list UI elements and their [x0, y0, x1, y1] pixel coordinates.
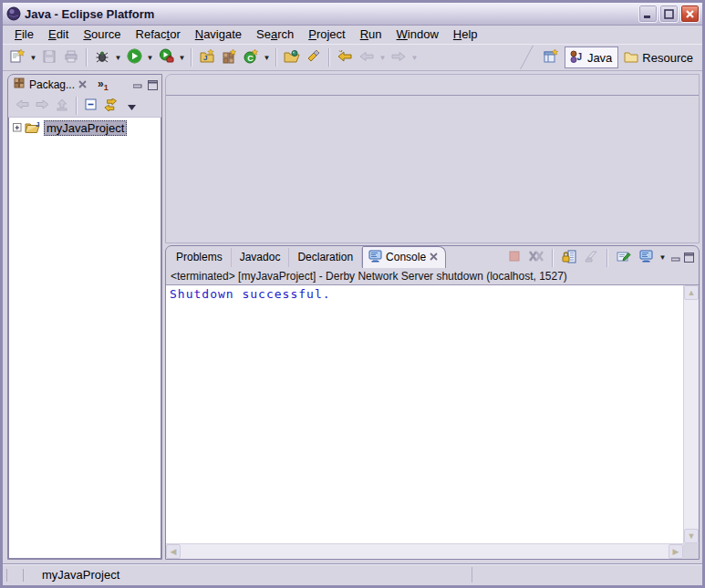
scroll-lock-button[interactable]: [559, 248, 579, 268]
collapse-all-button[interactable]: [81, 96, 101, 116]
run-dropdown[interactable]: ▼: [145, 46, 155, 68]
clear-console-icon: [584, 250, 598, 265]
pin-console-button[interactable]: [614, 248, 634, 268]
new-class-button[interactable]: C: [240, 46, 262, 68]
perspective-button-java[interactable]: J Java: [565, 46, 618, 68]
tree-item-myjavaproject[interactable]: J myJavaProject: [9, 118, 161, 137]
link-with-editor-button[interactable]: [101, 96, 121, 116]
debug-icon: [95, 49, 109, 67]
forward-icon: [36, 98, 49, 113]
new-package-icon: [222, 48, 237, 67]
tab-javadoc[interactable]: Javadoc: [232, 248, 290, 267]
new-java-project-button[interactable]: J: [196, 46, 218, 68]
view-up-button[interactable]: [52, 96, 72, 116]
new-class-dropdown[interactable]: ▼: [262, 46, 272, 68]
menu-item-project[interactable]: Project: [301, 26, 352, 44]
tab-declaration[interactable]: Declaration: [289, 248, 362, 267]
open-console-dropdown[interactable]: ▼: [658, 247, 668, 269]
view-forward-button[interactable]: [32, 96, 52, 116]
title-bar[interactable]: Java - Eclipse Platform: [3, 3, 702, 26]
close-icon[interactable]: [430, 251, 438, 263]
menu-item-window[interactable]: Window: [389, 26, 446, 44]
last-edit-location-button[interactable]: [334, 46, 356, 68]
maximize-view-icon[interactable]: [147, 79, 159, 90]
menu-item-search[interactable]: Search: [249, 26, 301, 44]
back-button[interactable]: [356, 46, 378, 68]
status-bar: myJavaProject: [3, 563, 702, 585]
console-output-area[interactable]: Shutdown successful. ▲ ▼ ◀ ▶: [166, 285, 699, 559]
open-perspective-button[interactable]: [541, 46, 563, 68]
window-title: Java - Eclipse Platform: [25, 7, 638, 21]
project-label[interactable]: myJavaProject: [44, 120, 127, 136]
close-button[interactable]: [680, 5, 700, 23]
view-back-button[interactable]: [12, 96, 32, 116]
menu-item-file[interactable]: File: [7, 26, 41, 44]
package-explorer-tab-icon: [14, 77, 26, 92]
debug-dropdown[interactable]: ▼: [113, 46, 123, 68]
status-grip: [6, 569, 7, 582]
package-explorer-view: Packag... »1: [7, 74, 162, 560]
back-icon: [16, 98, 29, 113]
menu-item-help[interactable]: Help: [446, 26, 485, 44]
svg-text:J: J: [203, 54, 207, 62]
menu-item-refactor[interactable]: Refactor: [129, 26, 188, 44]
expander-icon[interactable]: [13, 121, 22, 135]
save-icon: [42, 49, 57, 67]
package-explorer-tree[interactable]: J myJavaProject: [8, 118, 161, 559]
toolbar-separator: [607, 249, 608, 267]
forward-button[interactable]: [388, 46, 410, 68]
minimize-button[interactable]: [638, 5, 658, 23]
new-wizard-dropdown[interactable]: ▼: [28, 46, 38, 68]
open-console-button[interactable]: [636, 248, 656, 268]
horizontal-scrollbar[interactable]: ◀ ▶: [166, 543, 683, 559]
search-button[interactable]: [303, 46, 325, 68]
toolbar-separator: [328, 48, 330, 67]
open-type-button[interactable]: [281, 46, 303, 68]
minimize-view-icon[interactable]: [131, 79, 143, 90]
search-icon: [306, 48, 322, 67]
editor-tab-strip: [166, 75, 699, 96]
menu-item-source[interactable]: Source: [76, 26, 128, 44]
tab-package-explorer[interactable]: Packag...: [14, 77, 90, 92]
external-tools-button[interactable]: [155, 46, 177, 68]
scroll-left-icon[interactable]: ◀: [166, 544, 181, 559]
tab-problems[interactable]: Problems: [168, 248, 232, 267]
new-package-button[interactable]: [218, 46, 240, 68]
scroll-down-icon[interactable]: ▼: [684, 529, 699, 543]
view-menu-button[interactable]: [121, 96, 141, 116]
tab-console[interactable]: Console: [362, 246, 446, 270]
remove-launches-button[interactable]: [526, 248, 546, 268]
editor-area[interactable]: [165, 74, 700, 243]
scroll-lock-icon: [562, 250, 576, 266]
open-type-icon: [284, 49, 300, 67]
save-button[interactable]: [38, 46, 60, 68]
minimize-view-icon[interactable]: [669, 253, 681, 263]
eclipse-logo-icon: [6, 6, 21, 21]
run-button[interactable]: [123, 46, 145, 68]
back-dropdown[interactable]: ▼: [378, 46, 388, 68]
vertical-scrollbar[interactable]: ▲ ▼: [683, 285, 699, 543]
maximize-button[interactable]: [659, 5, 679, 23]
menu-item-run[interactable]: Run: [353, 26, 389, 44]
main-toolbar: ▼ ▼ ▼ ▼ J C ▼: [3, 45, 702, 71]
resource-perspective-label: Resource: [642, 51, 693, 65]
new-wizard-button[interactable]: [6, 46, 28, 68]
clear-console-button[interactable]: [581, 248, 601, 268]
maximize-view-icon[interactable]: [683, 253, 695, 263]
perspective-button-resource[interactable]: Resource: [620, 46, 699, 68]
scroll-up-icon[interactable]: ▲: [684, 285, 699, 300]
forward-dropdown[interactable]: ▼: [410, 46, 420, 68]
new-class-icon: C: [244, 48, 259, 67]
print-button[interactable]: [60, 46, 82, 68]
more-views-chevron[interactable]: »1: [98, 77, 109, 92]
menu-item-edit[interactable]: Edit: [41, 26, 76, 44]
menu-item-navigate[interactable]: Navigate: [188, 26, 249, 44]
terminate-button[interactable]: [504, 248, 524, 268]
resource-perspective-icon: [624, 50, 638, 66]
external-tools-dropdown[interactable]: ▼: [177, 46, 187, 68]
close-icon[interactable]: [78, 78, 87, 91]
toolbar-separator: [191, 48, 192, 67]
debug-button[interactable]: [91, 46, 113, 68]
link-with-editor-icon: [104, 98, 119, 114]
scroll-right-icon[interactable]: ▶: [669, 544, 683, 559]
